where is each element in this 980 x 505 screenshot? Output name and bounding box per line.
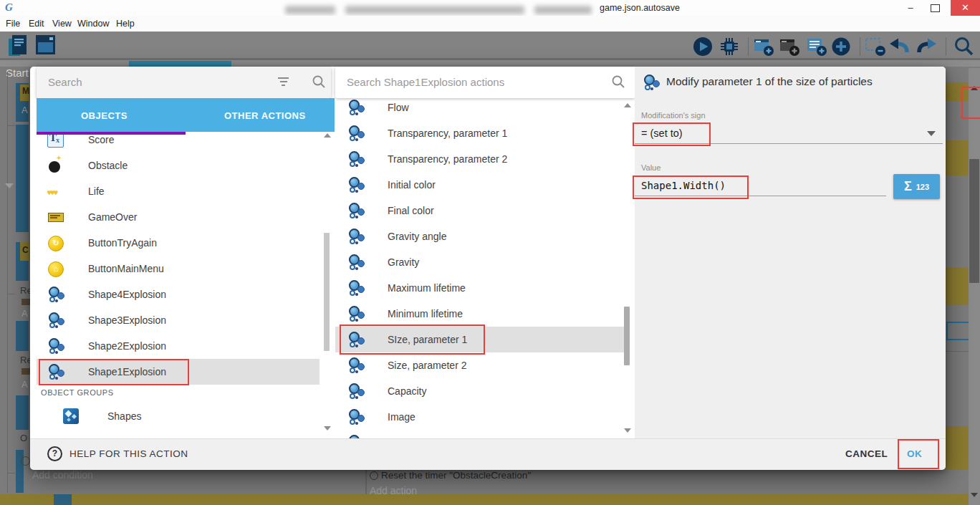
expression-editor-button[interactable]: Σ 123 xyxy=(893,174,940,199)
object-list-item[interactable]: Shape2Explosion xyxy=(37,333,320,359)
event-collapse-triangle[interactable] xyxy=(5,183,14,188)
comment-event-bar xyxy=(0,494,969,505)
comment-letter: C xyxy=(22,245,29,255)
condition-thumbnail xyxy=(21,299,30,305)
delete-event-button[interactable] xyxy=(864,36,887,60)
tab-other-actions[interactable]: OTHER ACTIONS xyxy=(224,110,306,121)
debugger-button[interactable] xyxy=(719,36,740,60)
toolbar-separator xyxy=(748,37,749,56)
add-subevent-button[interactable] xyxy=(778,36,801,60)
add-button[interactable] xyxy=(830,36,852,60)
particle-emitter-icon xyxy=(347,279,365,297)
menu-view[interactable]: View xyxy=(52,19,72,29)
event-tree-tick xyxy=(7,125,15,126)
action-list-item[interactable]: Gravity angle xyxy=(335,223,625,249)
background-action-text: Reset the timer "ObstacleCreation" xyxy=(381,470,531,481)
add-condition-placeholder[interactable]: Add condition xyxy=(32,469,93,481)
actions-scroll-down[interactable] xyxy=(624,428,631,433)
actions-scroll-up[interactable] xyxy=(624,103,631,107)
action-list-item[interactable]: Initial color xyxy=(335,172,625,198)
menu-bar: File Edit View Window Help xyxy=(0,16,980,32)
object-list-item[interactable]: Shape4Explosion xyxy=(37,282,320,307)
sign-field-label: Modification's sign xyxy=(641,111,706,120)
action-list-item[interactable]: Transparency, parameter 2 xyxy=(335,146,625,172)
particle-emitter-icon xyxy=(47,312,64,329)
redo-icon[interactable] xyxy=(915,36,938,60)
action-list-item[interactable]: Maximum lifetime xyxy=(335,275,625,301)
hearts-icon: ♥♥♥ xyxy=(47,183,64,200)
action-title: Modify parameter 1 of the size of partic… xyxy=(666,75,873,88)
condition-thumbnail xyxy=(21,368,30,375)
object-list-item[interactable]: Shape3Explosion xyxy=(37,307,320,333)
object-list-item[interactable]: ⌂ ButtonMainMenu xyxy=(37,256,320,282)
action-list-item[interactable]: Flow xyxy=(335,95,625,120)
minimize-button[interactable]: – xyxy=(900,0,921,16)
undo-icon[interactable] xyxy=(888,36,911,60)
add-comment-button[interactable] xyxy=(805,36,828,60)
add-placeholder-letter: A xyxy=(21,308,28,319)
object-list-item[interactable]: ♥♥♥ Life xyxy=(37,178,320,204)
menu-window[interactable]: Window xyxy=(77,19,109,29)
project-manager-icon[interactable] xyxy=(7,34,29,61)
close-button[interactable]: ✕ xyxy=(951,0,980,16)
menu-file[interactable]: File xyxy=(6,19,20,29)
action-list-item[interactable]: Capacity xyxy=(335,378,625,404)
scrollbar-thumb[interactable] xyxy=(969,159,979,283)
annotation-box-value xyxy=(633,175,749,199)
action-list-item[interactable]: Transparency, parameter 1 xyxy=(335,120,625,146)
action-search-field[interactable]: Search Shape1Explosion actions xyxy=(335,67,635,98)
object-list-item[interactable]: GameOver xyxy=(37,204,320,230)
action-list-item[interactable]: Final color xyxy=(335,198,625,223)
timer-condition-icon xyxy=(21,456,30,466)
particle-emitter-icon xyxy=(347,150,365,168)
annotation-box-set-to xyxy=(633,122,711,146)
dialog-footer: ? HELP FOR THIS ACTION CANCEL OK xyxy=(30,438,946,470)
object-list-scroll-thumb[interactable] xyxy=(324,233,330,351)
blurred-path xyxy=(285,3,602,16)
timer-action-icon xyxy=(370,471,378,480)
tab-objects[interactable]: OBJECTS xyxy=(81,110,128,121)
help-icon[interactable]: ? xyxy=(47,446,62,461)
add-placeholder-letter: A xyxy=(21,379,28,390)
particle-emitter-icon xyxy=(347,202,365,219)
object-list-scroll-up[interactable] xyxy=(324,133,331,138)
play-button[interactable] xyxy=(692,36,714,60)
chevron-down-icon[interactable] xyxy=(927,131,936,136)
menu-help[interactable]: Help xyxy=(116,19,135,29)
annotation-box-ok xyxy=(898,439,939,469)
actions-scroll-thumb[interactable] xyxy=(624,307,630,365)
active-tab-indicator xyxy=(37,132,186,135)
search-icon xyxy=(611,74,625,92)
bomb-icon: ✦ xyxy=(47,157,64,174)
particle-emitter-icon xyxy=(47,286,64,303)
scene-editor-icon[interactable] xyxy=(34,34,57,59)
menu-edit[interactable]: Edit xyxy=(29,19,44,29)
action-list-item[interactable]: Gravity xyxy=(335,249,625,275)
action-list-item-partial[interactable] xyxy=(335,430,625,438)
gdevelop-window: G game.json.autosave – ✕ File Edit View … xyxy=(0,0,980,505)
cancel-button[interactable]: CANCEL xyxy=(845,448,888,459)
scrollbar-down-arrow[interactable] xyxy=(971,493,978,497)
comment-event-block xyxy=(946,267,969,305)
action-list-item[interactable]: Minimum lifetime xyxy=(335,301,625,327)
action-list-item[interactable]: Size, parameter 2 xyxy=(335,352,625,378)
event-indent-bar xyxy=(16,395,29,430)
event-column-divider xyxy=(365,469,367,494)
help-link[interactable]: HELP FOR THIS ACTION xyxy=(69,448,188,459)
gdevelop-logo-icon: G xyxy=(5,1,13,14)
toolbar-separator xyxy=(860,37,860,56)
maximize-button[interactable] xyxy=(931,4,940,12)
comment-letter: O xyxy=(20,433,27,443)
object-list-item[interactable]: ↻ ButtonTryAgain xyxy=(37,230,320,256)
events-scrollbar[interactable] xyxy=(969,68,980,505)
object-search-field[interactable]: Search xyxy=(37,67,331,98)
search-icon xyxy=(312,74,326,92)
object-group-item[interactable]: Shapes xyxy=(37,402,320,431)
object-list-item[interactable]: ✦ Obstacle xyxy=(37,153,320,178)
action-editor-dialog: Tx Score ✦ Obstacle ♥♥♥ Life GameOver ↻ … xyxy=(30,67,946,469)
action-list-item[interactable]: Image xyxy=(335,404,625,430)
search-events-icon[interactable] xyxy=(953,36,974,60)
comment-letter: M xyxy=(22,86,29,96)
object-list-scroll-down[interactable] xyxy=(324,426,331,431)
add-event-button[interactable] xyxy=(752,36,775,60)
